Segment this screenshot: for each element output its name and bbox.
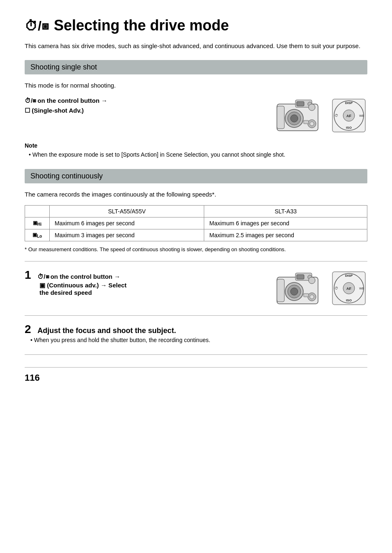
table-footnote: * Our measurement conditions. The speed … xyxy=(25,245,367,254)
step1-icon: ⏱/▣ xyxy=(37,273,48,280)
table-cell-hi-a55: Maximum 6 images per second xyxy=(50,217,204,229)
svg-point-8 xyxy=(309,104,315,111)
table-cell-hi-a33: Maximum 6 images per second xyxy=(204,217,367,229)
svg-rect-25 xyxy=(297,275,304,279)
table-col-empty xyxy=(25,205,50,217)
step2-number: 2 xyxy=(25,323,34,336)
section-header-continuously: Shooting continuously xyxy=(25,169,367,183)
single-shot-instruction-text: ⏱/▣ on the control button → ☐ (Single-sh… xyxy=(25,96,265,116)
step2-title-row: 2 Adjust the focus and shoot the subject… xyxy=(25,323,367,336)
step1-desired-speed: the desired speed xyxy=(25,289,92,296)
svg-point-24 xyxy=(291,288,298,295)
svg-text:AF: AF xyxy=(346,114,351,118)
step2-block: 2 Adjust the focus and shoot the subject… xyxy=(25,323,367,345)
svg-text:ISO: ISO xyxy=(346,298,352,302)
table-row: ▣Hi Maximum 6 images per second Maximum … xyxy=(25,217,367,229)
table-cell-lo-a55: Maximum 3 images per second xyxy=(50,229,204,241)
table-cell-hi-icon: ▣Hi xyxy=(25,217,50,229)
page-title: ⏱/▣ Selecting the drive mode xyxy=(25,16,367,34)
note-bullet: • When the exposure mode is set to [Spor… xyxy=(25,150,367,159)
single-shot-desc: This mode is for normal shooting. xyxy=(25,81,367,90)
svg-point-30 xyxy=(310,295,314,299)
step1-block: 1 ⏱/▣ on the control button → ▣ (Continu… xyxy=(25,269,367,308)
dial-illustration-2: DISP WB ⏱ ISO AF xyxy=(330,270,367,307)
speed-table: SLT-A55/A55V SLT-A33 ▣Hi Maximum 6 image… xyxy=(25,205,367,242)
svg-rect-11 xyxy=(304,120,309,124)
table-col-a55: SLT-A55/A55V xyxy=(50,205,204,217)
bottom-divider xyxy=(25,354,367,355)
step2-note: • When you press and hold the shutter bu… xyxy=(25,336,367,345)
table-cell-lo-a33: Maximum 2.5 images per second xyxy=(204,229,367,241)
svg-point-28 xyxy=(309,277,315,284)
table-col-a33: SLT-A33 xyxy=(204,205,367,217)
continuously-desc: The camera records the images continuous… xyxy=(25,190,367,199)
icon-timer-drive-1: ⏱/▣ xyxy=(25,97,36,104)
step1-on-control: on the control button → xyxy=(51,273,120,280)
svg-text:DISP: DISP xyxy=(345,274,353,278)
single-shot-note: Note • When the exposure mode is set to … xyxy=(25,142,367,159)
intro-text: This camera has six drive modes, such as… xyxy=(25,42,367,51)
svg-text:⏱: ⏱ xyxy=(334,286,338,290)
svg-rect-31 xyxy=(304,294,309,297)
step1-images: DISP WB ⏱ ISO AF xyxy=(273,269,367,308)
camera-illustration-2 xyxy=(273,269,326,308)
svg-text:AF: AF xyxy=(346,287,351,291)
title-text: Selecting the drive mode xyxy=(54,17,229,34)
section-header-single-shot: Shooting single shot xyxy=(25,60,367,74)
svg-text:DISP: DISP xyxy=(345,101,353,105)
section-continuously: Shooting continuously The camera records… xyxy=(25,169,367,345)
note-title: Note xyxy=(25,142,367,149)
single-shot-images: DISP WB ⏱ ISO AF xyxy=(273,96,367,135)
step1-number: 1 xyxy=(25,268,34,281)
svg-text:WB: WB xyxy=(359,114,364,117)
svg-point-4 xyxy=(291,115,298,122)
svg-text:⏱: ⏱ xyxy=(334,113,338,118)
svg-text:WB: WB xyxy=(359,287,364,290)
single-shot-adv-label: ☐ (Single-shot Adv.) xyxy=(25,107,84,114)
table-cell-lo-icon: ▣Lo xyxy=(25,229,50,241)
divider-1 xyxy=(25,261,367,261)
step1-continuous-label: ▣ (Continuous adv.) → Select xyxy=(25,282,127,289)
title-icons: ⏱/▣ xyxy=(25,19,48,33)
svg-rect-7 xyxy=(277,106,284,129)
dial-illustration-1: DISP WB ⏱ ISO AF xyxy=(330,97,367,134)
svg-rect-27 xyxy=(277,279,284,302)
divider-2 xyxy=(25,315,367,316)
on-control-button-1: on the control button → xyxy=(37,97,107,104)
svg-rect-5 xyxy=(297,102,304,106)
step2-title-text: Adjust the focus and shoot the subject. xyxy=(37,326,176,335)
section-single-shot: Shooting single shot This mode is for no… xyxy=(25,60,367,160)
camera-illustration-1 xyxy=(273,96,326,135)
table-row: ▣Lo Maximum 3 images per second Maximum … xyxy=(25,229,367,241)
svg-text:ISO: ISO xyxy=(346,126,352,130)
page-number: 116 xyxy=(25,367,367,383)
svg-point-10 xyxy=(310,122,314,126)
